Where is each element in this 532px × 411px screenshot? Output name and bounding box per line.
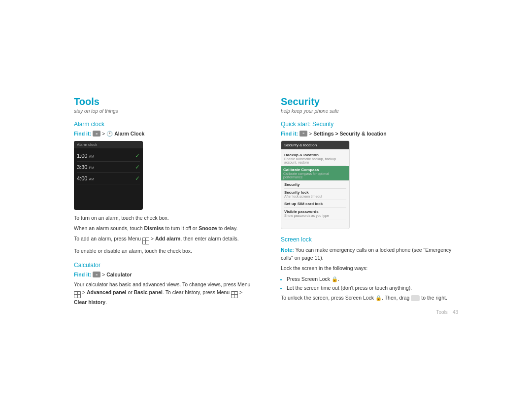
bullet-1: Press Screen Lock 🔒. <box>287 275 458 283</box>
security-find-it: Find it: ≡ > Settings > Security & locat… <box>281 131 458 137</box>
lock-ways-text: Lock the screen in the following ways: <box>281 264 458 272</box>
footer-page-number: 43 <box>453 309 458 315</box>
tools-subtitle: stay on top of things <box>74 108 251 114</box>
alarm-desc2: When an alarm sounds, touch Dismiss to t… <box>74 224 251 232</box>
calc-menu-icon: ≡ <box>93 272 100 277</box>
security-title: Security <box>281 96 458 107</box>
bullet-2: Let the screen time out (don't press or … <box>287 284 458 292</box>
calc-desc: Your calculator has basic and advanced v… <box>74 280 251 306</box>
security-subtitle: help keep your phone safe <box>281 108 458 114</box>
lock-bullets: Press Screen Lock 🔒. Let the screen time… <box>287 275 458 292</box>
calculator-title: Calculator <box>74 262 251 269</box>
page-footer: Tools 43 <box>281 309 458 315</box>
alarm-item-1: 1:00 AM ✓ <box>77 150 140 162</box>
alarm-item-2: 3:30 PM ✓ <box>77 162 140 173</box>
security-find-it-label: Find it: <box>281 131 298 137</box>
security-menu-icon: ≡ <box>299 131 307 137</box>
alarm-find-it-text: Alarm Clock <box>114 131 144 137</box>
alarm-menu-grid-icon <box>142 238 149 244</box>
note-label: Note: <box>281 247 294 253</box>
note-text: You can make emergency calls on a locked… <box>281 247 451 261</box>
alarm-list: 1:00 AM ✓ 3:30 PM ✓ 4:00 AM ✓ <box>74 148 143 186</box>
alarm-desc3: To add an alarm, press Menu > Add alarm,… <box>74 235 251 244</box>
alarm-menu-icon: ≡ <box>93 131 100 137</box>
sec-item-visible-passwords: Visible passwords Show passwords as you … <box>284 208 346 219</box>
alarm-screenshot: Alarm clock 1:00 AM ✓ 3:30 PM ✓ 4:00 AM … <box>74 141 143 210</box>
sec-item-compass: Calibrate Compass Calibrate compass for … <box>281 166 349 181</box>
calc-menu-grid-icon2 <box>231 291 238 298</box>
alarm-desc1: To turn on an alarm, touch the check box… <box>74 214 251 222</box>
sec-item-security-lock: Security lock After lock screen timeout <box>284 189 346 200</box>
calc-find-it-label: Find it: <box>74 272 91 277</box>
calc-menu-grid-icon <box>74 291 81 298</box>
security-find-it-text: Settings > Security & location <box>313 131 387 137</box>
sec-content: Backup & location Enable automatic backu… <box>281 149 349 221</box>
calc-find-it-text: Calculator <box>106 272 132 277</box>
alarm-find-it-label: Find it: <box>74 131 91 137</box>
sec-screen-header: Security & location <box>281 141 349 149</box>
alarm-desc4: To enable or disable an alarm, touch the… <box>74 247 251 255</box>
alarm-item-3: 4:00 AM ✓ <box>77 173 140 184</box>
sec-item-backup: Backup & location Enable automatic backu… <box>284 151 346 166</box>
sec-item-security: Security <box>284 181 346 189</box>
page: Tools stay on top of things Alarm clock … <box>74 86 458 325</box>
footer-label: Tools <box>436 309 448 315</box>
drag-icon <box>411 295 420 301</box>
sec-item-sim-lock: Set up SIM card lock <box>284 200 346 208</box>
tools-column: Tools stay on top of things Alarm clock … <box>74 96 251 315</box>
alarm-find-it: Find it: ≡ > 🕐 Alarm Clock <box>74 131 251 137</box>
unlock-text: To unlock the screen, press Screen Lock … <box>281 294 458 302</box>
alarm-clock-icon: 🕐 <box>106 131 113 137</box>
alarm-screen-header: Alarm clock <box>74 141 143 148</box>
tools-title: Tools <box>74 96 251 107</box>
security-screenshot: Security & location Backup & location En… <box>281 140 350 229</box>
calc-find-it: Find it: ≡ > Calculator <box>74 272 251 277</box>
quick-start-title: Quick start: Security <box>281 121 458 128</box>
screen-lock-note: Note: You can make emergency calls on a … <box>281 246 458 262</box>
screen-lock-title: Screen lock <box>281 236 458 243</box>
security-column: Security help keep your phone safe Quick… <box>281 96 458 315</box>
alarm-clock-title: Alarm clock <box>74 121 251 128</box>
